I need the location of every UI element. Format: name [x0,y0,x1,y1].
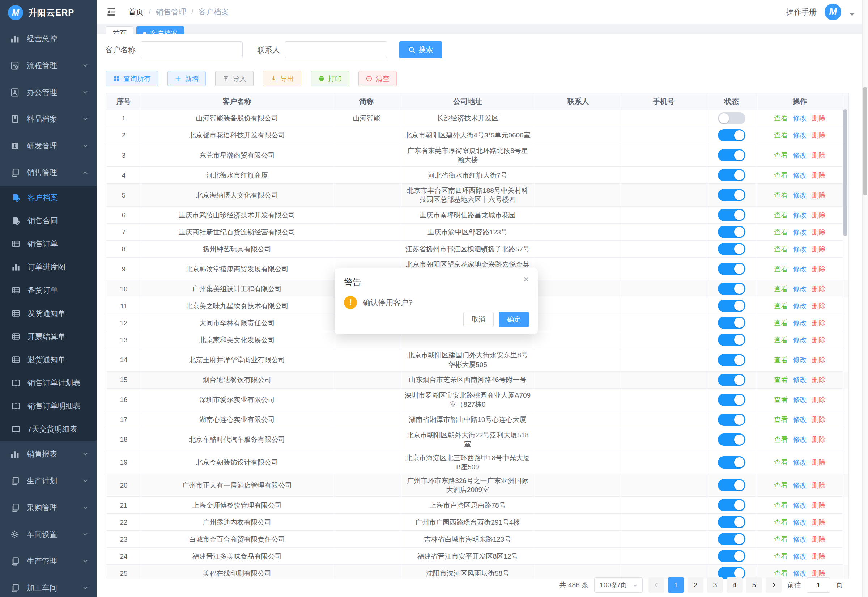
edit-link[interactable]: 修改 [793,151,807,160]
sidebar-subitem-销售合同[interactable]: 销售合同 [0,209,96,232]
delete-link[interactable]: 删除 [812,318,826,327]
view-link[interactable]: 查看 [774,114,788,123]
status-toggle[interactable] [718,112,745,125]
customer-name-input[interactable] [141,41,243,58]
view-link[interactable]: 查看 [774,458,788,467]
page-scrollbar-thumb[interactable] [863,87,867,195]
delete-link[interactable]: 删除 [812,336,826,345]
edit-link[interactable]: 修改 [793,245,807,254]
sidebar-collapse-icon[interactable] [106,7,117,16]
sidebar-subitem-备货订单[interactable]: 备货订单 [0,279,96,302]
delete-link[interactable]: 删除 [812,375,826,384]
sidebar-subitem-客户档案[interactable]: 客户档案 [0,186,96,209]
contact-input[interactable] [285,41,387,58]
status-toggle[interactable] [718,456,745,469]
page-button-1[interactable]: 1 [668,578,684,593]
sidebar-subitem-销售订单[interactable]: 销售订单 [0,232,96,255]
delete-link[interactable]: 删除 [812,191,826,200]
edit-link[interactable]: 修改 [793,336,807,345]
view-link[interactable]: 查看 [774,211,788,220]
view-link[interactable]: 查看 [774,284,788,293]
edit-link[interactable]: 修改 [793,395,807,404]
edit-link[interactable]: 修改 [793,114,807,123]
sidebar-subitem-开票结算单[interactable]: 开票结算单 [0,325,96,348]
status-toggle[interactable] [718,354,745,366]
sidebar-item-料品档案[interactable]: 料品档案 [0,105,96,132]
status-toggle[interactable] [718,282,745,295]
tab-customer-archive[interactable]: 客户档案 [136,27,184,34]
toolbar-button-导入[interactable]: 导入 [215,71,253,86]
sidebar-subitem-发货通知单[interactable]: 发货通知单 [0,302,96,325]
view-link[interactable]: 查看 [774,481,788,490]
edit-link[interactable]: 修改 [793,518,807,527]
view-link[interactable]: 查看 [774,501,788,510]
sidebar-item-加工车间[interactable]: 加工车间 [0,575,96,597]
delete-link[interactable]: 删除 [812,481,826,490]
sidebar-item-销售管理[interactable]: 销售管理 [0,159,96,186]
edit-link[interactable]: 修改 [793,301,807,310]
goto-page-input[interactable] [807,578,830,593]
delete-link[interactable]: 删除 [812,114,826,123]
tab-home[interactable]: 首页 [106,27,133,34]
edit-link[interactable]: 修改 [793,191,807,200]
cancel-button[interactable]: 取消 [463,312,494,327]
status-toggle[interactable] [718,334,745,346]
status-toggle[interactable] [718,550,745,562]
view-link[interactable]: 查看 [774,245,788,254]
page-button-2[interactable]: 2 [687,578,704,593]
status-toggle[interactable] [718,226,745,238]
breadcrumb-sales[interactable]: 销售管理 [156,7,186,17]
view-link[interactable]: 查看 [774,355,788,364]
sidebar-item-采购管理[interactable]: 采购管理 [0,494,96,521]
status-toggle[interactable] [718,567,745,579]
delete-link[interactable]: 删除 [812,435,826,444]
edit-link[interactable]: 修改 [793,569,807,578]
view-link[interactable]: 查看 [774,395,788,404]
sidebar-subitem-退货通知单[interactable]: 退货通知单 [0,348,96,371]
toolbar-button-打印[interactable]: 打印 [311,71,349,86]
status-toggle[interactable] [718,263,745,275]
sidebar-item-研发管理[interactable]: 研发管理 [0,132,96,159]
view-link[interactable]: 查看 [774,518,788,527]
view-link[interactable]: 查看 [774,375,788,384]
sidebar-item-流程管理[interactable]: 流程管理 [0,52,96,79]
edit-link[interactable]: 修改 [793,458,807,467]
edit-link[interactable]: 修改 [793,211,807,220]
user-menu-caret-icon[interactable] [849,13,855,16]
status-toggle[interactable] [718,499,745,511]
status-toggle[interactable] [718,129,745,141]
view-link[interactable]: 查看 [774,151,788,160]
prev-page-button[interactable] [649,578,664,593]
table-scrollbar-thumb[interactable] [843,109,847,236]
view-link[interactable]: 查看 [774,131,788,140]
status-toggle[interactable] [718,374,745,386]
edit-link[interactable]: 修改 [793,535,807,544]
delete-link[interactable]: 删除 [812,264,826,273]
toolbar-button-新增[interactable]: 新增 [167,71,206,86]
status-toggle[interactable] [718,394,745,406]
view-link[interactable]: 查看 [774,318,788,327]
view-link[interactable]: 查看 [774,301,788,310]
search-button[interactable]: 搜索 [399,41,442,58]
delete-link[interactable]: 删除 [812,552,826,561]
view-link[interactable]: 查看 [774,227,788,237]
edit-link[interactable]: 修改 [793,501,807,510]
view-link[interactable]: 查看 [774,569,788,578]
delete-link[interactable]: 删除 [812,245,826,254]
sidebar-item-生产计划[interactable]: 生产计划 [0,468,96,494]
page-scrollbar[interactable] [862,0,868,597]
view-link[interactable]: 查看 [774,435,788,444]
status-toggle[interactable] [718,516,745,528]
edit-link[interactable]: 修改 [793,264,807,273]
view-link[interactable]: 查看 [774,535,788,544]
edit-link[interactable]: 修改 [793,284,807,293]
delete-link[interactable]: 删除 [812,151,826,160]
view-link[interactable]: 查看 [774,264,788,273]
edit-link[interactable]: 修改 [793,481,807,490]
view-link[interactable]: 查看 [774,552,788,561]
status-toggle[interactable] [718,243,745,255]
sidebar-item-生产管理[interactable]: 生产管理 [0,548,96,575]
edit-link[interactable]: 修改 [793,552,807,561]
delete-link[interactable]: 删除 [812,518,826,527]
status-toggle[interactable] [718,300,745,312]
